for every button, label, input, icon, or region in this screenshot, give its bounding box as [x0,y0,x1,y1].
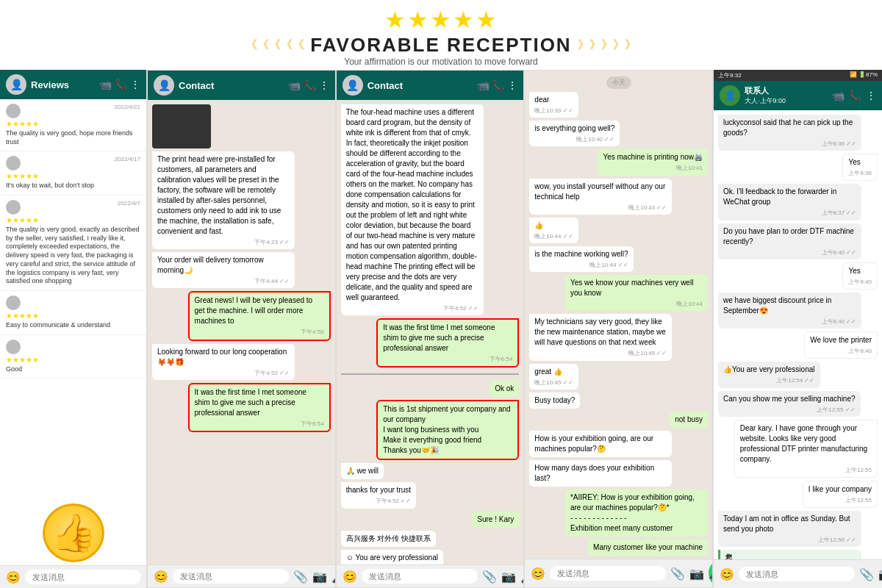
chat3-msg: 高兴服务 对外传 快捷联系 [341,531,437,547]
msg-text: wow, you install yourself without any ou… [534,182,667,202]
chat1-input[interactable] [173,569,289,584]
chat3-msg: ☺ You are very professional 中午12:54 [341,550,443,564]
msg-time: 上午8:40 ✓✓ [723,318,856,326]
msg-time: 晚上10:44 [570,300,703,308]
msg-text: Yes machine is printing now🖨️ [603,152,703,162]
msg-time: 晚上10:45 ✓✓ [534,379,573,387]
chat3-msg: Ok ok [490,381,519,397]
chat5-msg-love-printer: We love the printer 上午8:40 [804,331,878,359]
chat4-msg: Many customer like your machine [588,539,708,556]
chat2-name: Contact [368,80,473,91]
review-text: The quality is very good, hope more frie… [6,129,140,146]
emoji-icon[interactable]: 😊 [531,567,545,581]
right-arrows: 》》》》》 [578,37,637,53]
reviews-input[interactable] [25,570,141,584]
phone-icon[interactable]: 📞 [849,90,861,101]
emoji-icon[interactable]: 😊 [154,570,168,584]
chat4-msg: is everything going well? 晚上10:40 ✓✓ [529,121,620,146]
chat1-msg: Your order will delivery tomorrow mornin… [152,252,295,288]
emoji-icon[interactable]: 😊 [343,570,357,584]
msg-text: great 👍 [534,367,573,377]
chat5-title: 联系人 [745,85,828,96]
msg-time: 晚上10:40 ✓✓ [534,135,614,143]
chat5-msg: Yes 上午8:36 [842,154,878,181]
msg-text: not busy [675,415,703,425]
reviews-footer: 😊 📎 📷 🎤 [0,565,146,588]
chat5-body: luckyconsol said that he can pick up the… [714,110,882,559]
chat1-name: Contact [179,80,284,91]
emoji-icon[interactable]: 😊 [6,570,21,584]
attach-icon[interactable]: 📎 [293,570,308,584]
chat5-msg: 👍You are very professional 上午12:54 ✓✓ [718,362,820,387]
chat5-name: 联系人 大人·上午9:00 [745,85,828,106]
page-header: ★★★★★ 《《《《《 FAVORABLE RECEPTION 》》》》》 Yo… [0,0,882,70]
chat3-msg: thanks for your trust 下午4:52 ✓✓ [341,482,416,508]
video-icon[interactable]: 📹 [832,90,845,101]
camera-icon[interactable]: 📷 [501,570,516,584]
msg-text: dear [534,95,573,105]
msg-text: We love the printer [810,335,872,345]
msg-text: Sure ! Kary [477,514,514,525]
chat4-footer: 😊 📎 📷 🎤 [525,559,712,587]
chat5-msg-green: 您 I suggest you buy our machines and con… [718,550,861,559]
review-item: ★★★★★ Good [0,335,146,379]
chat2-input[interactable] [362,569,478,584]
msg-text: Many customer like your machine [593,542,703,553]
attach-icon[interactable]: 📎 [482,570,497,584]
chat5-msg: Ok. I'll feedback to the forwarder in We… [718,184,861,220]
msg-text: ☺ You are very professional [346,553,438,563]
chat-panel-1: 👤 Contact 📹 📞 ⋮ The print head were pre-… [147,70,336,588]
more-icon[interactable]: ⋮ [866,90,876,101]
attach-icon[interactable]: 📎 [670,567,685,581]
chat5-input[interactable] [739,567,855,581]
chat5-footer: 😊 📎 📷 ● [714,559,882,588]
msg-time: 上午8:40 ✓✓ [723,248,856,257]
chat1-body: The print head were pre-installed for cu… [148,100,335,564]
camera-icon[interactable]: 📷 [689,567,704,581]
chat-panel-2: 👤 Contact 📹 📞 ⋮ The four-head machine us… [336,70,525,588]
chat5-subtitle: 大人·上午9:00 [745,96,828,106]
review-stars: ★★★★★ [6,216,140,224]
status-bar: 上午9:32 📶 🔋87% [714,70,882,81]
chat1-footer: 😊 📎 📷 🎤 [148,564,335,587]
review-stars: ★★★★★ [6,312,140,320]
camera-icon[interactable]: 📷 [878,567,882,581]
msg-text: 👍You are very professional [723,365,814,375]
review-avatar [6,295,21,310]
msg-time: 下午4:23 ✓✓ [157,238,290,246]
chat4-msg: Yes we know your machines very well you … [565,275,708,311]
camera-icon[interactable]: 📷 [312,570,327,584]
msg-text: 👍 [534,220,573,231]
chat1-msg: Looking forward to our long cooperation🦊… [152,344,295,380]
chat1-image [152,104,211,148]
review-text: The quality is very good, exactly as des… [6,226,140,286]
chat4-msg: My technicians say very good, they like … [529,314,672,360]
chat5-msg: Can you show me your selling machine? 上午… [718,391,861,417]
msg-text: This is 1st shipment your company and ou… [383,404,512,456]
msg-time: 下午4:52 ✓✓ [346,497,411,505]
msg-time: 晚上10:44 ✓✓ [534,261,628,269]
review-stars: ★★★★★ [6,356,140,364]
msg-text: Ok ok [495,384,514,394]
reviews-icons: 📹 📞 ⋮ [99,79,140,90]
emoji-icon[interactable]: 😊 [720,567,734,581]
msg-time: 上午12:56 ✓✓ [723,536,856,544]
chat2-header: 👤 Contact 📹 📞 ⋮ [337,71,524,100]
chat5-header: 👤 联系人 大人·上午9:00 📹 📞 ⋮ [714,81,882,110]
msg-text: It was the first time I met someone shim… [383,323,512,354]
msg-text: Yes [848,157,872,168]
review-date: 2022/4/21 [114,104,140,110]
msg-text: My technicians say very good, they like … [534,317,667,348]
chat4-msg: not busy [670,412,708,428]
chat4-input[interactable] [550,566,666,581]
msg-time: 上午12:55 [808,496,872,504]
status-icons: 📶 🔋87% [850,71,878,79]
msg-time: 上午8:37 ✓✓ [723,209,856,217]
chat4-msg: wow, you install yourself without any ou… [529,179,672,215]
msg-time: 晚上10:41 [603,164,703,172]
review-item: 2022/4/21 ★★★★★ The quality is very good… [0,99,146,151]
rating-stars: ★★★★★ [0,6,882,34]
attach-icon[interactable]: 📎 [859,567,874,581]
review-avatar [6,156,21,171]
chat4-send-button[interactable]: 🎤 [709,563,713,584]
